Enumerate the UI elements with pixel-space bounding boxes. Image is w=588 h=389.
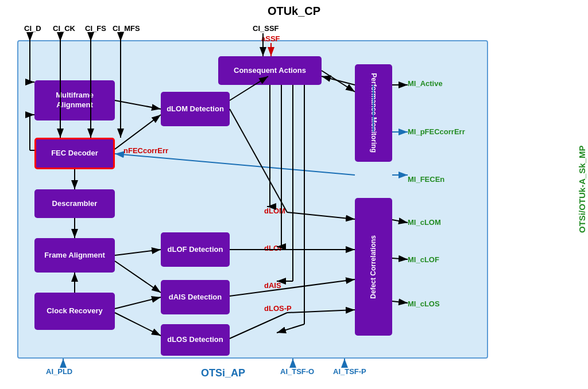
clock-recovery-block: Clock Recovery bbox=[34, 293, 115, 330]
ai-pld-label: AI_PLD bbox=[46, 367, 72, 376]
descrambler-block: Descrambler bbox=[34, 189, 115, 218]
mi-active-label: MI_Active bbox=[408, 79, 443, 88]
main-title: OTUk_CP bbox=[268, 5, 320, 18]
mi-clos-label: MI_cLOS bbox=[408, 299, 440, 308]
otsi-ap-label: OTSi_AP bbox=[201, 367, 245, 379]
dais-detection-block: dAIS Detection bbox=[161, 280, 230, 314]
ai-tsf-p-label: AI_TSF-P bbox=[333, 367, 366, 376]
frame-alignment-block: Frame Alignment bbox=[34, 238, 115, 273]
ai-tsf-o-label: AI_TSF-O bbox=[280, 367, 314, 376]
dlom-signal-label: dLOM bbox=[264, 207, 285, 215]
dais-signal-label: dAIS bbox=[264, 281, 281, 290]
performance-monitoring-block: Performance Monitoring bbox=[355, 64, 392, 162]
dlof-detection-block: dLOF Detection bbox=[161, 232, 230, 267]
dlom-detection-block: dLOM Detection bbox=[161, 92, 230, 126]
fec-decoder-block: FEC Decoder bbox=[34, 138, 115, 169]
ci-ck-label: CI_CK bbox=[53, 24, 75, 33]
right-label: OTSi/OTUk-A_Sk_MP bbox=[577, 115, 587, 264]
consequent-actions-block: Consequent Actions bbox=[218, 56, 322, 85]
mi-clof-label: MI_cLOF bbox=[408, 255, 439, 264]
multiframe-alignment-block: Multiframe Alignment bbox=[34, 80, 115, 120]
ci-mfs-label: CI_MFS bbox=[113, 24, 140, 33]
ci-d-label: CI_D bbox=[24, 24, 41, 33]
mi-pfec-corr-err-label: MI_pFECcorrErr bbox=[408, 127, 465, 136]
assf-label: aSSF bbox=[261, 34, 280, 43]
mi-fec-en-label: MI_FECEn bbox=[408, 175, 444, 184]
dlos-detection-block: dLOS Detection bbox=[161, 324, 230, 356]
defect-correlations-block: Defect Correlations bbox=[355, 198, 392, 336]
nfec-corr-err-label: nFECcorrErr bbox=[123, 146, 168, 155]
ci-ssf-label: CI_SSF bbox=[253, 24, 279, 33]
mi-clom-label: MI_cLOM bbox=[408, 218, 441, 227]
dlof-signal-label: dLOF bbox=[264, 244, 284, 252]
ci-fs-label: CI_FS bbox=[85, 24, 106, 33]
diagram-container: OTUk_CP OTSi/OTUk-A_Sk_MP Multiframe Ali… bbox=[0, 0, 588, 389]
dlos-p-signal-label: dLOS-P bbox=[264, 304, 292, 313]
